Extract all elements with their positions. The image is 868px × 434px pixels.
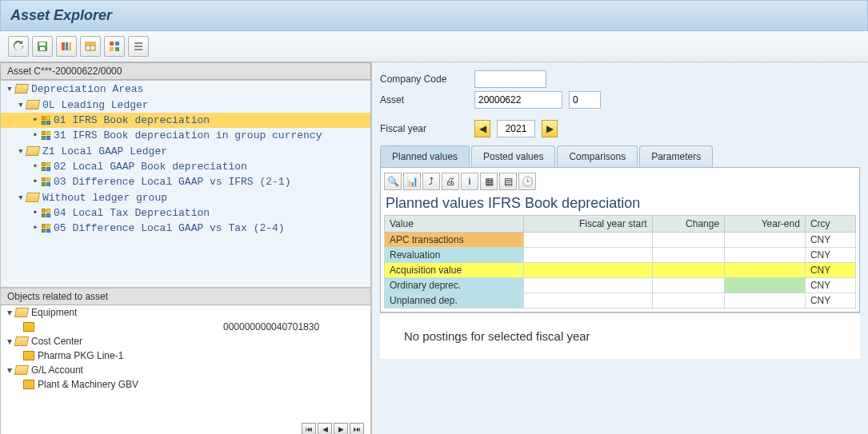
- grid-cell: [725, 248, 806, 263]
- company-code-label: Company Code: [380, 74, 468, 85]
- doc-icon: [23, 351, 34, 360]
- tree-area-item[interactable]: •03 Difference Local GAAP vs IFRS (2-1): [1, 174, 370, 189]
- grid-cell: [652, 263, 725, 278]
- grid-row[interactable]: APC transactionsCNY: [385, 233, 856, 248]
- area-icon: [41, 116, 50, 125]
- svg-rect-5: [69, 42, 71, 50]
- scroll-controls: ⏮ ◀ ▶ ⏭: [302, 423, 364, 434]
- grid-row-label: Acquisition value: [385, 263, 524, 278]
- folder-open-icon: [14, 336, 29, 346]
- asset-input[interactable]: [474, 91, 562, 109]
- svg-rect-2: [40, 47, 45, 50]
- folder-open-icon: [26, 100, 40, 109]
- tree-ledger[interactable]: ▾Z1 Local GAAP Ledger: [1, 143, 370, 159]
- grid-row-label: Unplanned dep.: [385, 293, 524, 309]
- main-toolbar: [0, 31, 868, 62]
- grid-col-header[interactable]: Fiscal year start: [523, 216, 652, 233]
- scroll-prev-icon[interactable]: ◀: [318, 423, 332, 434]
- tab-comparisons[interactable]: Comparisons: [557, 145, 638, 167]
- object-folder[interactable]: ▾G/L Account: [1, 363, 370, 377]
- folder-open-icon: [26, 193, 40, 202]
- grid-cell: [652, 233, 725, 248]
- grid-col-header[interactable]: Change: [652, 216, 725, 233]
- grid-icon[interactable]: [104, 36, 125, 57]
- grid-cell: [523, 278, 652, 293]
- grid-cell: [725, 233, 806, 248]
- grid-row-label: Ordinary deprec.: [385, 278, 524, 293]
- grid-cell: [523, 263, 652, 278]
- scroll-last-icon[interactable]: ⏭: [350, 423, 364, 434]
- grid-cell: [523, 248, 652, 263]
- grid-cell-crcy: CNY: [805, 233, 855, 248]
- tab-posted values[interactable]: Posted values: [471, 145, 555, 167]
- postings-message: No postings for selected fiscal year: [380, 313, 860, 359]
- fiscal-prev-icon[interactable]: ◀: [474, 120, 490, 137]
- tree-header: Asset C***-20000622/0000: [0, 62, 371, 80]
- svg-rect-12: [110, 47, 114, 51]
- object-folder[interactable]: ▾Equipment: [1, 305, 370, 320]
- grid-row[interactable]: Unplanned dep.CNY: [385, 293, 856, 309]
- list-icon[interactable]: [128, 36, 149, 57]
- grid-cell-crcy: CNY: [805, 248, 855, 263]
- chart-icon[interactable]: 📊: [403, 173, 421, 190]
- svg-rect-11: [115, 42, 119, 46]
- object-item[interactable]: Pharma PKG Line-1: [1, 348, 370, 363]
- grid-row-label: Revaluation: [385, 248, 524, 263]
- table-icon[interactable]: [80, 36, 101, 57]
- export-icon[interactable]: ⤴: [422, 173, 440, 190]
- tree-ledger[interactable]: ▾0L Leading Ledger: [1, 97, 370, 113]
- clock-icon[interactable]: 🕒: [518, 173, 536, 190]
- folder-open-icon: [26, 146, 40, 156]
- filter-icon[interactable]: ▤: [499, 173, 517, 190]
- object-folder[interactable]: ▾Cost Center: [1, 334, 370, 348]
- tree-area-item[interactable]: •02 Local GAAP Book depreciation: [1, 159, 370, 174]
- tree-area-item[interactable]: •31 IFRS Book depreciation in group curr…: [1, 128, 370, 143]
- svg-rect-1: [39, 42, 46, 46]
- tree-area-item[interactable]: •01 IFRS Book depreciation: [1, 113, 370, 128]
- tree-area-item[interactable]: •04 Local Tax Depreciation: [1, 205, 370, 221]
- grid-cell: [523, 293, 652, 309]
- tree-area-item[interactable]: •05 Difference Local GAAP vs Tax (2-4): [1, 221, 370, 236]
- company-code-input[interactable]: [474, 70, 546, 88]
- refresh-icon[interactable]: [8, 36, 29, 57]
- svg-rect-10: [110, 42, 114, 46]
- doc-icon: [23, 380, 34, 389]
- area-icon: [41, 131, 50, 141]
- area-icon: [41, 162, 50, 172]
- fiscal-next-icon[interactable]: ▶: [542, 120, 558, 137]
- tab-planned values[interactable]: Planned values: [380, 145, 470, 167]
- section-title: Planned values IFRS Book depreciation: [384, 192, 856, 215]
- depreciation-tree[interactable]: ▾Depreciation Areas▾0L Leading Ledger•01…: [0, 80, 371, 288]
- tree-ledger[interactable]: ▾Without ledger group: [1, 189, 370, 205]
- grid-cell: [652, 293, 725, 309]
- fiscal-year-label: Fiscal year: [380, 123, 468, 134]
- tree-root[interactable]: ▾Depreciation Areas: [1, 81, 370, 97]
- grid-col-header[interactable]: Value: [385, 216, 524, 233]
- asset-label: Asset: [380, 94, 468, 106]
- object-item[interactable]: Plant & Machinery GBV: [1, 377, 370, 392]
- area-icon: [41, 209, 50, 218]
- scroll-first-icon[interactable]: ⏮: [302, 423, 316, 434]
- grid-cell: [523, 233, 652, 248]
- layout-icon[interactable]: ▦: [480, 173, 498, 190]
- fiscal-year-input[interactable]: [497, 120, 535, 137]
- columns-icon[interactable]: [56, 36, 77, 57]
- tab-parameters[interactable]: Parameters: [639, 145, 713, 167]
- grid-row[interactable]: Ordinary deprec.CNY: [385, 278, 856, 293]
- objects-header: Objects related to asset: [1, 289, 370, 305]
- info-icon[interactable]: i: [461, 173, 478, 190]
- detail-icon[interactable]: 🔍: [384, 173, 402, 190]
- save-icon[interactable]: [32, 36, 53, 57]
- grid-col-header[interactable]: Crcy: [805, 216, 855, 233]
- planned-values-grid[interactable]: ValueFiscal year startChangeYear-endCrcy…: [384, 215, 856, 309]
- asset-sub-input[interactable]: [569, 91, 601, 109]
- scroll-next-icon[interactable]: ▶: [334, 423, 348, 434]
- object-item[interactable]: 000000000040701830: [1, 320, 370, 334]
- grid-row-label: APC transactions: [385, 233, 524, 248]
- svg-rect-9: [86, 42, 95, 45]
- grid-row[interactable]: RevaluationCNY: [385, 248, 856, 263]
- grid-cell: [652, 248, 725, 263]
- print-icon[interactable]: 🖨: [442, 173, 459, 190]
- grid-row[interactable]: Acquisition valueCNY: [385, 263, 856, 278]
- grid-col-header[interactable]: Year-end: [725, 216, 806, 233]
